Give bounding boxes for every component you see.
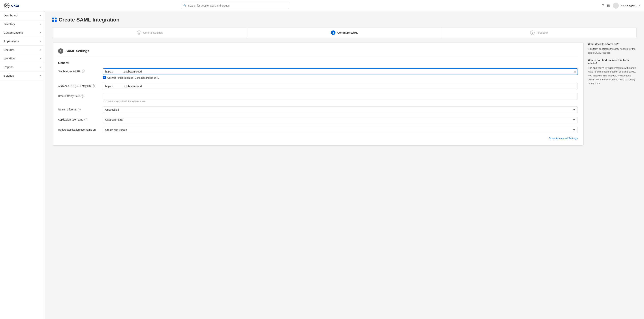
step-2-number: 2 bbox=[331, 31, 336, 35]
sidebar-item-applications[interactable]: Applications ▾ bbox=[0, 37, 44, 46]
sidebar-item-dashboard[interactable]: Dashboard ▾ bbox=[0, 11, 44, 20]
sidebar-item-reports[interactable]: Reports ▾ bbox=[0, 63, 44, 71]
section-title: SAML Settings bbox=[66, 49, 89, 53]
sidebar-item-security[interactable]: Security ▾ bbox=[0, 46, 44, 54]
section-badge: A bbox=[58, 48, 63, 54]
user-name: exabeam@exa... bbox=[620, 4, 638, 7]
grid-icon[interactable]: ⊞ bbox=[607, 4, 610, 8]
svg-line-9 bbox=[5, 7, 6, 7]
update-username-input-wrap: Create and update Create only bbox=[103, 127, 578, 133]
sidebar-item-label: Dashboard bbox=[4, 14, 17, 17]
audience-uri-input[interactable] bbox=[103, 83, 578, 89]
chevron-down-icon: ▾ bbox=[40, 66, 41, 68]
search-input[interactable] bbox=[188, 4, 287, 7]
step-feedback[interactable]: 3 Feedback bbox=[442, 28, 636, 38]
step-configure-saml[interactable]: 2 Configure SAML bbox=[247, 28, 442, 38]
svg-point-1 bbox=[6, 5, 8, 6]
chevron-down-icon: ▾ bbox=[40, 40, 41, 43]
step-2-label: Configure SAML bbox=[337, 31, 358, 34]
update-username-select[interactable]: Create and update Create only bbox=[103, 127, 578, 133]
saml-icon bbox=[52, 18, 57, 22]
audience-uri-label: Audience URI (SP Entity ID) ? bbox=[58, 83, 99, 88]
avatar bbox=[613, 3, 619, 9]
step-3-label: Feedback bbox=[536, 31, 548, 34]
page-title: Create SAML Integration bbox=[52, 17, 636, 23]
chevron-down-icon: ▾ bbox=[40, 14, 41, 17]
help-q2: Where do I find the info this form needs… bbox=[588, 59, 636, 65]
step-1-number: 1 bbox=[137, 31, 141, 35]
sso-url-input-container: ⧉ bbox=[103, 68, 578, 75]
chevron-down-icon: ▾ bbox=[40, 49, 41, 51]
app-username-select[interactable]: Okta username Email Custom bbox=[103, 117, 578, 123]
logo[interactable]: okta bbox=[4, 3, 19, 9]
sso-url-row: Single sign-on URL ? ⧉ Use this for Reci… bbox=[58, 68, 578, 79]
name-id-format-row: Name ID format ? Unspecified EmailAddres… bbox=[58, 107, 578, 113]
nav-right: ? ⊞ exabeam@exa... ▾ bbox=[602, 3, 640, 9]
sidebar-item-label: Reports bbox=[4, 65, 14, 69]
relay-state-input-wrap: If no value is set, a blank RelayState i… bbox=[103, 93, 578, 103]
sidebar-item-customizations[interactable]: Customizations ▾ bbox=[0, 29, 44, 37]
chevron-down-icon: ▾ bbox=[40, 74, 41, 77]
recipient-url-checkbox[interactable] bbox=[103, 76, 106, 79]
app-username-input-wrap: Okta username Email Custom bbox=[103, 117, 578, 123]
sidebar-item-settings[interactable]: Settings ▾ bbox=[0, 71, 44, 80]
recipient-url-checkbox-row: Use this for Recipient URL and Destinati… bbox=[103, 76, 578, 79]
svg-line-6 bbox=[5, 4, 6, 4]
chevron-down-icon: ▾ bbox=[639, 5, 640, 7]
sidebar-item-label: Directory bbox=[4, 23, 15, 26]
svg-line-8 bbox=[8, 4, 8, 4]
chevron-down-icon: ▾ bbox=[40, 23, 41, 26]
sso-url-input[interactable] bbox=[103, 68, 578, 75]
sidebar-item-label: Customizations bbox=[4, 31, 23, 34]
sidebar-item-label: Workflow bbox=[4, 57, 15, 60]
relay-state-input[interactable] bbox=[103, 93, 578, 99]
help-a1: This form generates the XML needed for t… bbox=[588, 47, 636, 55]
show-advanced-link[interactable]: Show Advanced Settings bbox=[549, 137, 578, 140]
copy-icon[interactable]: ⧉ bbox=[574, 70, 576, 73]
help-a2: The app you're trying to integrate with … bbox=[588, 66, 636, 86]
step-3-number: 3 bbox=[530, 31, 534, 35]
name-id-format-input-wrap: Unspecified EmailAddress Persistent Tran… bbox=[103, 107, 578, 113]
sso-url-help-icon[interactable]: ? bbox=[82, 70, 85, 73]
relay-state-helper: If no value is set, a blank RelayState i… bbox=[103, 100, 578, 103]
help-icon[interactable]: ? bbox=[602, 4, 604, 8]
update-username-label: Update application username on bbox=[58, 127, 99, 131]
app-username-help-icon[interactable]: ? bbox=[84, 118, 87, 121]
sidebar: Dashboard ▾ Directory ▾ Customizations ▾… bbox=[0, 11, 45, 319]
relay-state-label: Default RelayState ? bbox=[58, 93, 99, 98]
app-username-label: Application username ? bbox=[58, 117, 99, 121]
audience-uri-input-wrap bbox=[103, 83, 578, 89]
form-card: A SAML Settings General Single sign-on U… bbox=[52, 43, 584, 146]
sidebar-item-workflow[interactable]: Workflow ▾ bbox=[0, 54, 44, 63]
audience-uri-help-icon[interactable]: ? bbox=[92, 85, 95, 88]
sidebar-item-label: Security bbox=[4, 48, 14, 51]
name-id-format-help-icon[interactable]: ? bbox=[78, 108, 81, 111]
chevron-down-icon: ▾ bbox=[40, 31, 41, 34]
app-username-row: Application username ? Okta username Ema… bbox=[58, 117, 578, 123]
update-username-row: Update application username on Create an… bbox=[58, 127, 578, 133]
sidebar-item-directory[interactable]: Directory ▾ bbox=[0, 20, 44, 29]
user-menu[interactable]: exabeam@exa... ▾ bbox=[613, 3, 640, 9]
step-general-settings[interactable]: 1 General Settings bbox=[52, 28, 247, 38]
name-id-format-label: Name ID format ? bbox=[58, 107, 99, 111]
search-icon: 🔍 bbox=[183, 4, 186, 7]
help-q1: What does this form do? bbox=[588, 43, 636, 46]
sso-url-input-wrap: ⧉ Use this for Recipient URL and Destina… bbox=[103, 68, 578, 79]
help-sidebar: What does this form do? This form genera… bbox=[588, 43, 636, 146]
relay-state-row: Default RelayState ? If no value is set,… bbox=[58, 93, 578, 103]
top-nav: okta 🔍 ? ⊞ exabeam@exa... ▾ bbox=[0, 0, 644, 11]
sidebar-item-label: Settings bbox=[4, 74, 14, 77]
name-id-format-select[interactable]: Unspecified EmailAddress Persistent Tran… bbox=[103, 107, 578, 113]
audience-uri-row: Audience URI (SP Entity ID) ? bbox=[58, 83, 578, 89]
search-bar[interactable]: 🔍 bbox=[181, 3, 289, 9]
main-content: Create SAML Integration 1 General Settin… bbox=[45, 11, 644, 319]
relay-state-help-icon[interactable]: ? bbox=[81, 95, 84, 98]
logo-text: okta bbox=[11, 3, 19, 8]
sidebar-item-label: Applications bbox=[4, 40, 19, 43]
step-1-label: General Settings bbox=[143, 31, 162, 34]
svg-line-7 bbox=[8, 7, 8, 7]
stepper: 1 General Settings 2 Configure SAML 3 Fe… bbox=[52, 27, 636, 38]
show-advanced-settings: Show Advanced Settings bbox=[58, 137, 578, 140]
recipient-url-label: Use this for Recipient URL and Destinati… bbox=[107, 76, 159, 79]
okta-logo-icon bbox=[4, 3, 10, 9]
